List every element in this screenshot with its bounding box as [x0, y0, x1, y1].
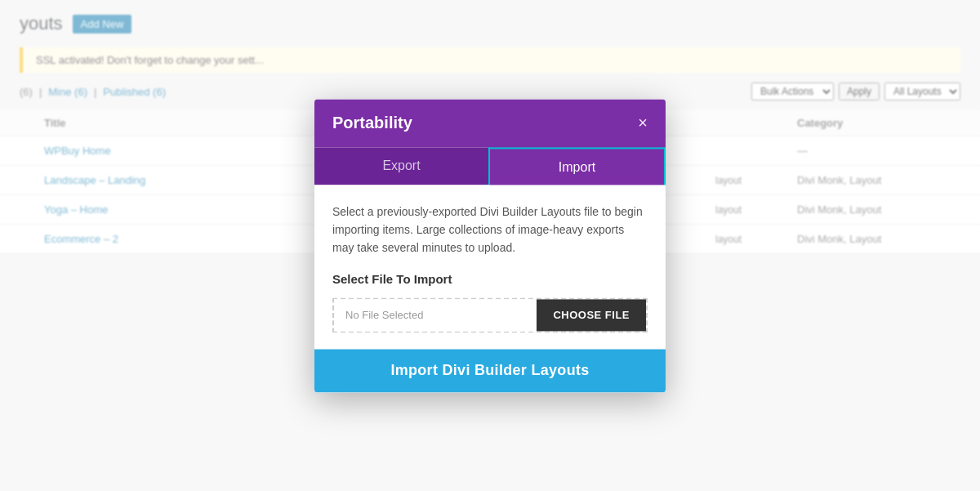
modal-header: Portability ×: [314, 99, 666, 147]
select-file-label: Select File To Import: [332, 272, 648, 286]
import-button[interactable]: Import Divi Builder Layouts: [390, 362, 589, 379]
import-description: Select a previously-exported Divi Builde…: [332, 203, 648, 257]
modal-body: Select a previously-exported Divi Builde…: [314, 185, 666, 349]
choose-file-button[interactable]: CHOOSE FILE: [537, 299, 646, 331]
modal-tabs: Export Import: [314, 147, 666, 185]
tab-import[interactable]: Import: [488, 147, 666, 186]
file-input-row: No File Selected CHOOSE FILE: [332, 297, 648, 333]
modal-title: Portability: [332, 114, 412, 132]
portability-modal: Portability × Export Import Select a pre…: [314, 99, 666, 392]
tab-export[interactable]: Export: [314, 147, 488, 185]
no-file-text: No File Selected: [334, 299, 537, 331]
modal-close-button[interactable]: ×: [638, 114, 648, 131]
modal-footer: Import Divi Builder Layouts: [314, 349, 666, 392]
modal-scroll[interactable]: Select a previously-exported Divi Builde…: [332, 203, 648, 349]
